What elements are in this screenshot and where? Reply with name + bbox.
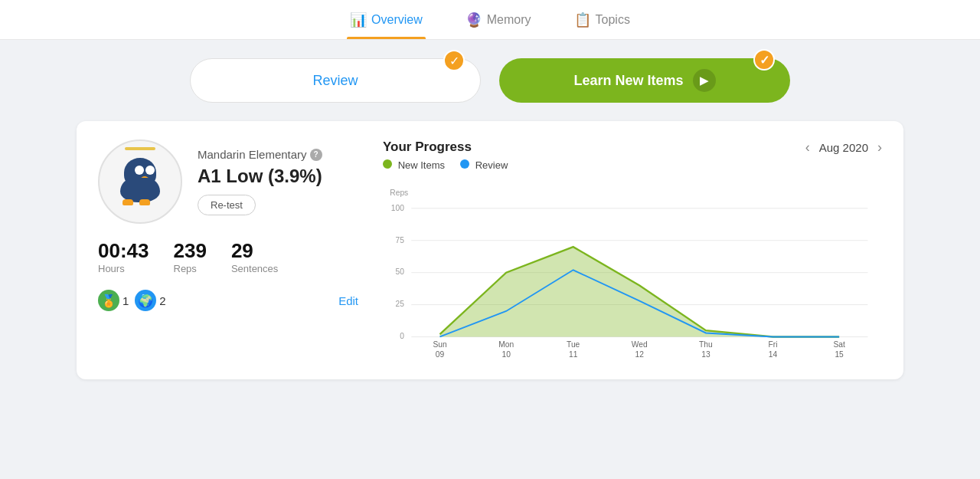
- y-label-25: 25: [396, 300, 405, 308]
- chart-svg: Reps 100 75 50 25 0: [383, 177, 882, 361]
- stat-reps-label: Reps: [174, 263, 197, 274]
- nav-item-topics[interactable]: 📋 Topics: [571, 0, 633, 39]
- legend-review: Review: [460, 159, 508, 171]
- top-navigation: 📊 Overview 🔮 Memory 📋 Topics: [0, 0, 980, 40]
- legend-review-label: Review: [475, 159, 508, 171]
- badge-green-icon: 🏅: [98, 290, 119, 311]
- x-label-mon-date: 10: [501, 350, 511, 359]
- main-content: ✓ Review ✓ Learn New Items ▶: [0, 40, 980, 398]
- nav-item-overview[interactable]: 📊 Overview: [347, 0, 426, 39]
- chart-header: Your Progress New Items Review ‹: [383, 139, 882, 171]
- avatar-circle: [98, 139, 182, 224]
- x-label-tue-date: 11: [569, 350, 578, 359]
- learn-button-label: Learn New Items: [573, 73, 683, 89]
- overview-icon: 📊: [350, 11, 367, 28]
- x-label-wed-day: Wed: [632, 340, 648, 349]
- nav-label-memory: Memory: [487, 13, 531, 27]
- x-label-sat-date: 15: [835, 350, 844, 359]
- x-label-fri-date: 14: [769, 350, 778, 359]
- new-items-fill: [440, 247, 840, 336]
- x-label-sun-day: Sun: [433, 340, 447, 349]
- x-label-sat-day: Sat: [833, 340, 845, 349]
- nav-label-topics: Topics: [596, 13, 630, 27]
- legend-dot-green: [383, 159, 392, 169]
- prev-month-button[interactable]: ‹: [805, 139, 810, 156]
- review-button-label: Review: [312, 73, 358, 89]
- x-label-fri-day: Fri: [769, 340, 778, 349]
- stat-sentences-value: 29: [231, 239, 253, 263]
- y-label-100: 100: [391, 204, 404, 212]
- badge-item-2: 🌍 2: [135, 290, 165, 311]
- x-label-thu-day: Thu: [699, 340, 713, 349]
- x-label-tue-day: Tue: [567, 340, 580, 349]
- owl-foot-right: [139, 199, 150, 205]
- nav-label-overview: Overview: [371, 13, 423, 27]
- action-buttons-row: ✓ Review ✓ Learn New Items ▶: [77, 58, 903, 103]
- badge-count-1: 1: [122, 294, 129, 307]
- stat-sentences: 29 Sentences: [231, 239, 278, 274]
- learn-new-items-button[interactable]: ✓ Learn New Items ▶: [499, 58, 790, 103]
- owl-eye-right: [145, 166, 155, 175]
- profile-info: Mandarin Elementary ? A1 Low (3.9%) Re-t…: [198, 148, 322, 215]
- learn-arrow-icon: ▶: [693, 69, 716, 92]
- left-panel: Mandarin Elementary ? A1 Low (3.9%) Re-t…: [98, 139, 358, 361]
- stat-hours-label: Hours: [98, 263, 125, 274]
- y-label-50: 50: [396, 267, 405, 276]
- owl-foot-left: [122, 199, 133, 205]
- retest-button[interactable]: Re-test: [198, 195, 256, 215]
- profile-section: Mandarin Elementary ? A1 Low (3.9%) Re-t…: [98, 139, 358, 224]
- chart-legend: New Items Review: [383, 159, 508, 171]
- legend-dot-blue: [460, 159, 469, 169]
- badge-count-2: 2: [159, 294, 165, 307]
- stats-row: 00:43 Hours 239 Reps 29 Sentences: [98, 239, 358, 274]
- x-label-sun-date: 09: [436, 350, 445, 359]
- right-panel: Your Progress New Items Review ‹: [383, 139, 882, 361]
- progress-chart: Reps 100 75 50 25 0: [383, 177, 882, 361]
- badges-row: 🏅 1 🌍 2 Edit: [98, 290, 358, 311]
- profile-name: Mandarin Elementary ?: [198, 148, 322, 161]
- learn-badge: ✓: [753, 49, 775, 71]
- topics-icon: 📋: [574, 11, 591, 28]
- stat-hours: 00:43 Hours: [98, 239, 149, 274]
- stat-hours-value: 00:43: [98, 239, 149, 263]
- chart-title-section: Your Progress New Items Review: [383, 139, 508, 171]
- edit-link[interactable]: Edit: [338, 294, 358, 307]
- legend-new-items-label: New Items: [398, 159, 445, 171]
- chart-title: Your Progress: [383, 139, 508, 155]
- owl-eye-left: [135, 166, 144, 175]
- legend-new-items: New Items: [383, 159, 445, 171]
- profile-name-text: Mandarin Elementary: [198, 148, 307, 161]
- x-label-thu-date: 13: [701, 350, 710, 359]
- info-icon[interactable]: ?: [310, 149, 322, 161]
- overview-card: Mandarin Elementary ? A1 Low (3.9%) Re-t…: [77, 121, 903, 379]
- avatar-progress-bar: [125, 147, 155, 150]
- owl-avatar: [116, 158, 164, 205]
- review-badge: ✓: [443, 50, 465, 71]
- review-button[interactable]: ✓ Review: [190, 58, 481, 103]
- chart-month-label: Aug 2020: [819, 141, 868, 154]
- stat-sentences-label: Sentences: [231, 263, 278, 274]
- badge-item-1: 🏅 1: [98, 290, 129, 311]
- owl-feet: [122, 199, 150, 205]
- memory-icon: 🔮: [466, 11, 482, 28]
- profile-level: A1 Low (3.9%): [198, 166, 322, 187]
- stat-reps-value: 239: [174, 239, 207, 263]
- badge-blue-icon: 🌍: [135, 290, 156, 311]
- y-label-0: 0: [400, 332, 404, 340]
- next-month-button[interactable]: ›: [877, 139, 882, 156]
- x-label-mon-day: Mon: [498, 340, 514, 349]
- y-axis-label: Reps: [390, 189, 408, 197]
- nav-item-memory[interactable]: 🔮 Memory: [462, 0, 534, 39]
- month-navigation: ‹ Aug 2020 ›: [805, 139, 882, 156]
- stat-reps: 239 Reps: [174, 239, 207, 274]
- y-label-75: 75: [396, 236, 405, 244]
- x-label-wed-date: 12: [635, 350, 645, 359]
